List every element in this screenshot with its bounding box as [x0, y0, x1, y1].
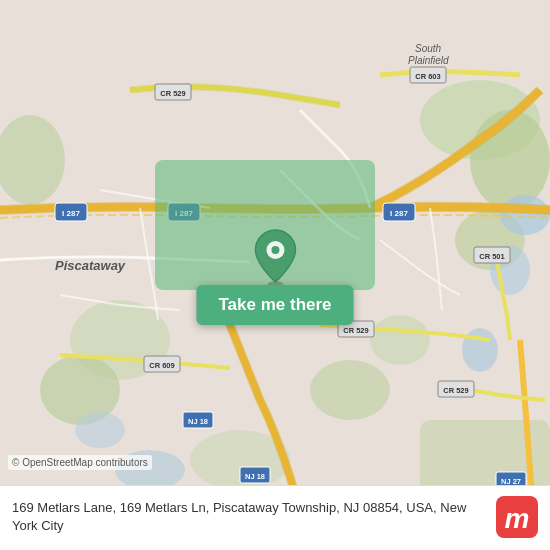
bottom-bar: 169 Metlars Lane, 169 Metlars Ln, Piscat… [0, 485, 550, 550]
svg-text:CR 529: CR 529 [343, 326, 368, 335]
svg-point-11 [500, 195, 550, 235]
svg-point-2 [470, 110, 550, 210]
svg-text:South: South [415, 43, 442, 54]
location-pin [248, 225, 302, 289]
svg-text:CR 609: CR 609 [149, 361, 174, 370]
svg-text:CR 603: CR 603 [415, 72, 440, 81]
map-container: I 287 I 287 I 287 CR 529 CR 603 CR 501 C… [0, 0, 550, 550]
svg-text:CR 501: CR 501 [479, 252, 504, 261]
take-me-there-button[interactable]: Take me there [196, 285, 353, 325]
moovit-logo: m [496, 496, 538, 538]
svg-text:Plainfield: Plainfield [408, 55, 449, 66]
button-overlay: Take me there [196, 225, 353, 325]
svg-text:m: m [505, 503, 530, 534]
address-text: 169 Metlars Lane, 169 Metlars Ln, Piscat… [12, 499, 486, 535]
svg-point-46 [271, 246, 279, 254]
svg-text:CR 529: CR 529 [160, 89, 185, 98]
svg-text:I 287: I 287 [390, 209, 408, 218]
svg-point-13 [462, 328, 498, 372]
openstreetmap-credit: © OpenStreetMap contributors [8, 455, 152, 470]
svg-text:Piscataway: Piscataway [55, 258, 126, 273]
svg-text:CR 529: CR 529 [443, 386, 468, 395]
svg-point-8 [310, 360, 390, 420]
svg-point-7 [370, 315, 430, 365]
svg-point-15 [75, 412, 125, 448]
svg-text:NJ 18: NJ 18 [245, 472, 265, 481]
svg-text:NJ 18: NJ 18 [188, 417, 208, 426]
svg-text:I 287: I 287 [62, 209, 80, 218]
